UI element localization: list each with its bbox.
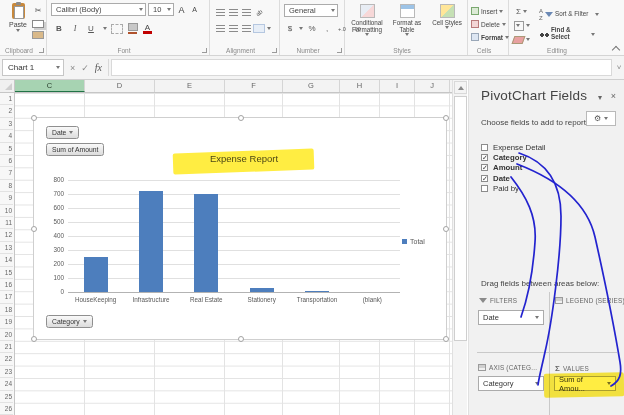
bar-infrastructure[interactable] (139, 191, 163, 292)
row-header-2[interactable]: 2 (0, 105, 13, 117)
vertical-scrollbar[interactable] (452, 80, 467, 415)
chart-handle[interactable] (443, 115, 449, 121)
borders-button[interactable] (111, 24, 123, 34)
field-item-expense-detail[interactable]: Expense Detail (481, 142, 616, 152)
font-name-combo[interactable]: Calibri (Body) (51, 3, 146, 16)
copy-button[interactable] (32, 20, 44, 28)
format-cells-button[interactable]: Format (471, 31, 509, 43)
chart-category-field-button[interactable]: Category (46, 315, 93, 328)
insert-function-icon[interactable]: fx (95, 62, 102, 73)
bar-transportation[interactable] (305, 291, 329, 292)
row-header-19[interactable]: 19 (0, 316, 13, 328)
number-dialog-launcher-icon[interactable] (337, 48, 342, 53)
column-header-D[interactable]: D (85, 80, 155, 92)
number-format-combo[interactable]: General (284, 4, 338, 17)
field-item-category[interactable]: ✓Category (481, 152, 616, 162)
align-left-icon[interactable] (216, 25, 225, 32)
underline-dropdown-icon[interactable] (103, 27, 107, 30)
align-right-icon[interactable] (242, 25, 251, 32)
column-header-E[interactable]: E (155, 80, 225, 92)
row-header-24[interactable]: 24 (0, 378, 13, 390)
chart-handle[interactable] (31, 115, 37, 121)
pane-options-dropdown-icon[interactable]: ▾ (598, 93, 602, 102)
conditional-formatting-button[interactable]: Conditional Formatting (347, 4, 387, 36)
find-select-button[interactable]: Find & Select (539, 27, 599, 41)
row-header-22[interactable]: 22 (0, 353, 13, 365)
row-header-26[interactable]: 26 (0, 403, 13, 415)
row-header-6[interactable]: 6 (0, 155, 13, 167)
font-size-combo[interactable]: 10 (148, 3, 174, 16)
cut-button[interactable]: ✂ (32, 4, 44, 17)
paste-button[interactable]: Paste (4, 3, 32, 51)
row-header-25[interactable]: 25 (0, 391, 13, 403)
row-header-8[interactable]: 8 (0, 180, 13, 192)
comma-style-button[interactable]: , (321, 22, 333, 35)
chart-handle[interactable] (238, 336, 244, 342)
font-color-button[interactable]: A (142, 22, 153, 35)
scrollbar-thumb[interactable] (454, 96, 467, 341)
underline-button[interactable]: U (85, 22, 97, 35)
row-header-13[interactable]: 13 (0, 242, 13, 254)
align-center-icon[interactable] (229, 25, 238, 32)
checkbox-checked-icon[interactable]: ✓ (481, 154, 488, 161)
format-as-table-button[interactable]: Format as Table (387, 4, 427, 36)
align-top-icon[interactable] (216, 9, 225, 16)
checkbox-checked-icon[interactable]: ✓ (481, 164, 488, 171)
collapse-ribbon-icon[interactable] (613, 45, 619, 51)
column-header-C[interactable]: C (15, 80, 85, 92)
axis-field-category[interactable]: Category (478, 376, 544, 391)
row-header-1[interactable]: 1 (0, 93, 13, 105)
chart-handle[interactable] (238, 115, 244, 121)
row-header-3[interactable]: 3 (0, 118, 13, 130)
row-header-21[interactable]: 21 (0, 341, 13, 353)
row-header-23[interactable]: 23 (0, 366, 13, 378)
clipboard-dialog-launcher-icon[interactable] (39, 48, 44, 53)
formula-input[interactable] (111, 59, 612, 76)
checkbox-unchecked-icon[interactable] (481, 185, 488, 192)
field-item-paid-by[interactable]: Paid by (481, 183, 616, 193)
expand-formula-bar-icon[interactable]: ˅ (614, 63, 624, 72)
merge-center-button[interactable] (253, 24, 265, 33)
field-item-date[interactable]: ✓Date (481, 173, 616, 183)
scroll-up-icon[interactable] (454, 81, 467, 94)
merge-dropdown-icon[interactable] (267, 27, 271, 30)
shrink-font-button[interactable]: A (189, 3, 200, 16)
bar-real-estate[interactable] (194, 194, 218, 292)
column-header-J[interactable]: J (415, 80, 450, 92)
fill-color-button[interactable] (127, 22, 138, 35)
fill-button[interactable] (513, 19, 530, 32)
name-box-dropdown-icon[interactable] (56, 66, 60, 69)
chart-date-field-button[interactable]: Date (46, 126, 79, 139)
alignment-dialog-launcher-icon[interactable] (272, 48, 277, 53)
row-header-11[interactable]: 11 (0, 217, 13, 229)
chart-handle[interactable] (31, 226, 37, 232)
cell-styles-button[interactable]: Cell Styles (427, 4, 467, 36)
row-header-18[interactable]: 18 (0, 304, 13, 316)
chart-handle[interactable] (443, 226, 449, 232)
insert-cells-button[interactable]: Insert (471, 5, 509, 17)
chart-handle[interactable] (31, 336, 37, 342)
chart-handle[interactable] (443, 336, 449, 342)
row-header-5[interactable]: 5 (0, 143, 13, 155)
column-header-G[interactable]: G (283, 80, 340, 92)
field-item-amount[interactable]: ✓Amount (481, 163, 616, 173)
checkbox-checked-icon[interactable]: ✓ (481, 175, 488, 182)
row-header-12[interactable]: 12 (0, 229, 13, 241)
italic-button[interactable]: I (69, 22, 81, 35)
accounting-format-button[interactable]: $ (284, 22, 296, 35)
bold-button[interactable]: B (53, 22, 65, 35)
column-header-H[interactable]: H (340, 80, 380, 92)
row-header-17[interactable]: 17 (0, 291, 13, 303)
cancel-icon[interactable]: × (70, 63, 75, 73)
checkbox-unchecked-icon[interactable] (481, 144, 488, 151)
sort-filter-button[interactable]: AZ Sort & Filter (539, 8, 599, 21)
format-painter-button[interactable] (32, 31, 44, 39)
autosum-button[interactable]: Σ (513, 5, 530, 18)
filters-field-date[interactable]: Date (478, 310, 544, 325)
pane-close-icon[interactable]: × (611, 91, 616, 101)
percent-style-button[interactable]: % (306, 22, 318, 35)
row-header-10[interactable]: 10 (0, 205, 13, 217)
row-header-16[interactable]: 16 (0, 279, 13, 291)
chart-legend[interactable]: Total (402, 238, 425, 245)
row-header-15[interactable]: 15 (0, 267, 13, 279)
